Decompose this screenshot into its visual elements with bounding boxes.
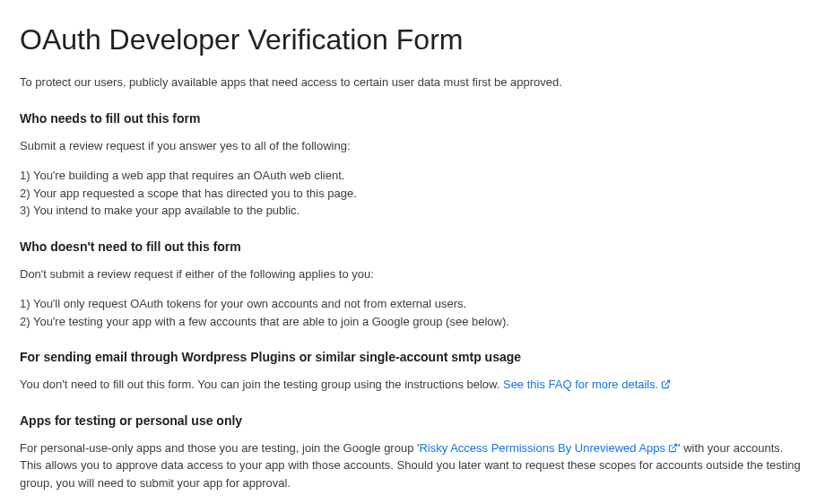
smtp-text: You don't need to fill out this form. Yo… [20,376,807,394]
who-doesnt-list: 1) You'll only request OAuth tokens for … [20,295,807,330]
svg-line-0 [665,380,670,385]
who-needs-heading: Who needs to fill out this form [20,109,807,128]
list-item: 3) You intend to make your app available… [20,202,807,220]
who-doesnt-lead: Don't submit a review request if either … [20,265,807,283]
list-item: 1) You'll only request OAuth tokens for … [20,295,807,313]
testing-heading: Apps for testing or personal use only [20,412,807,430]
risky-access-link[interactable]: Risky Access Permissions By Unreviewed A… [419,441,678,455]
smtp-heading: For sending email through Wordpress Plug… [20,348,807,367]
external-link-icon [668,443,678,453]
who-needs-list: 1) You're building a web app that requir… [20,167,807,220]
faq-link[interactable]: See this FAQ for more details. [503,378,671,391]
list-item: 2) Your app requested a scope that has d… [20,185,807,203]
svg-line-1 [673,444,677,448]
list-item: 2) You're testing your app with a few ac… [20,313,807,331]
testing-text: For personal-use-only apps and those you… [20,439,807,492]
who-needs-lead: Submit a review request if you answer ye… [20,137,807,155]
list-item: 1) You're building a web app that requir… [20,167,807,185]
page-title: OAuth Developer Verification Form [20,18,807,61]
external-link-icon [661,379,671,389]
intro-text: To protect our users, publicly available… [20,74,807,91]
who-doesnt-heading: Who doesn't need to fill out this form [20,238,807,256]
